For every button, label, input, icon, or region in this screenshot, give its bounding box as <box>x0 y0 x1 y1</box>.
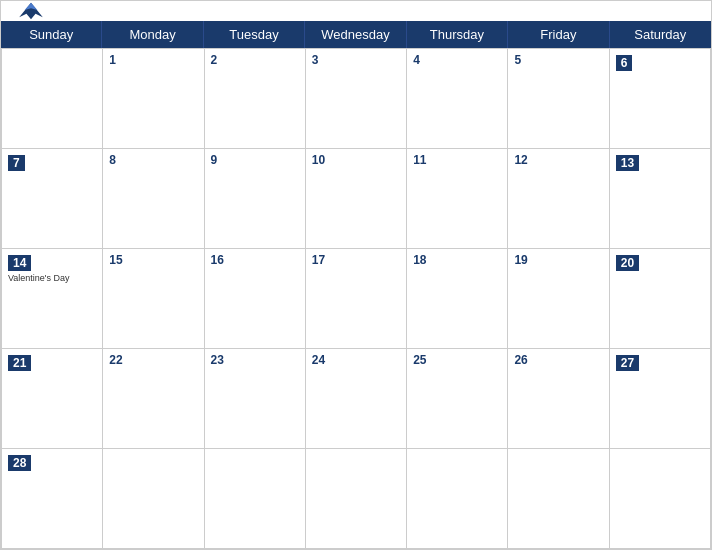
day-cell <box>407 449 508 549</box>
day-number: 4 <box>413 53 501 67</box>
day-header-monday: Monday <box>102 21 203 48</box>
day-number: 5 <box>514 53 602 67</box>
day-cell <box>2 49 103 149</box>
day-number: 13 <box>616 155 639 171</box>
day-number: 3 <box>312 53 400 67</box>
calendar-header <box>1 1 711 21</box>
day-number: 9 <box>211 153 299 167</box>
day-cell: 8 <box>103 149 204 249</box>
day-number: 28 <box>8 455 31 471</box>
day-cell: 19 <box>508 249 609 349</box>
day-number: 2 <box>211 53 299 67</box>
day-cell: 17 <box>306 249 407 349</box>
day-header-tuesday: Tuesday <box>204 21 305 48</box>
day-cell: 28 <box>2 449 103 549</box>
event-label: Valentine's Day <box>8 273 96 283</box>
day-number: 24 <box>312 353 400 367</box>
day-number: 27 <box>616 355 639 371</box>
day-number: 7 <box>8 155 25 171</box>
day-number: 6 <box>616 55 633 71</box>
day-cell: 14Valentine's Day <box>2 249 103 349</box>
day-cell: 12 <box>508 149 609 249</box>
day-cell: 7 <box>2 149 103 249</box>
day-cell <box>205 449 306 549</box>
day-number: 1 <box>109 53 197 67</box>
day-number: 10 <box>312 153 400 167</box>
day-cell <box>103 449 204 549</box>
day-cell: 3 <box>306 49 407 149</box>
day-number: 8 <box>109 153 197 167</box>
day-cell: 9 <box>205 149 306 249</box>
day-cell: 21 <box>2 349 103 449</box>
day-number: 18 <box>413 253 501 267</box>
day-number: 16 <box>211 253 299 267</box>
calendar: SundayMondayTuesdayWednesdayThursdayFrid… <box>0 0 712 550</box>
day-cell: 20 <box>610 249 711 349</box>
day-number: 17 <box>312 253 400 267</box>
logo <box>17 1 45 21</box>
day-cell: 18 <box>407 249 508 349</box>
day-header-wednesday: Wednesday <box>305 21 406 48</box>
day-cell: 4 <box>407 49 508 149</box>
day-header-saturday: Saturday <box>610 21 711 48</box>
day-number: 20 <box>616 255 639 271</box>
day-cell: 11 <box>407 149 508 249</box>
day-header-friday: Friday <box>508 21 609 48</box>
day-cell: 27 <box>610 349 711 449</box>
day-header-thursday: Thursday <box>407 21 508 48</box>
day-cell: 5 <box>508 49 609 149</box>
day-number: 22 <box>109 353 197 367</box>
day-cell: 13 <box>610 149 711 249</box>
day-cell: 26 <box>508 349 609 449</box>
day-number: 25 <box>413 353 501 367</box>
day-number: 15 <box>109 253 197 267</box>
day-cell: 23 <box>205 349 306 449</box>
day-header-sunday: Sunday <box>1 21 102 48</box>
day-number: 11 <box>413 153 501 167</box>
calendar-grid: 1234567891011121314Valentine's Day151617… <box>1 48 711 549</box>
day-cell: 16 <box>205 249 306 349</box>
day-cell <box>508 449 609 549</box>
day-cell: 2 <box>205 49 306 149</box>
day-number: 26 <box>514 353 602 367</box>
day-number: 23 <box>211 353 299 367</box>
day-number: 12 <box>514 153 602 167</box>
day-cell: 6 <box>610 49 711 149</box>
day-cell: 10 <box>306 149 407 249</box>
day-cell: 24 <box>306 349 407 449</box>
day-cell: 1 <box>103 49 204 149</box>
day-number: 14 <box>8 255 31 271</box>
day-cell <box>306 449 407 549</box>
day-cell: 22 <box>103 349 204 449</box>
day-cell: 25 <box>407 349 508 449</box>
day-cell: 15 <box>103 249 204 349</box>
day-number: 19 <box>514 253 602 267</box>
day-number: 21 <box>8 355 31 371</box>
day-headers-row: SundayMondayTuesdayWednesdayThursdayFrid… <box>1 21 711 48</box>
day-cell <box>610 449 711 549</box>
